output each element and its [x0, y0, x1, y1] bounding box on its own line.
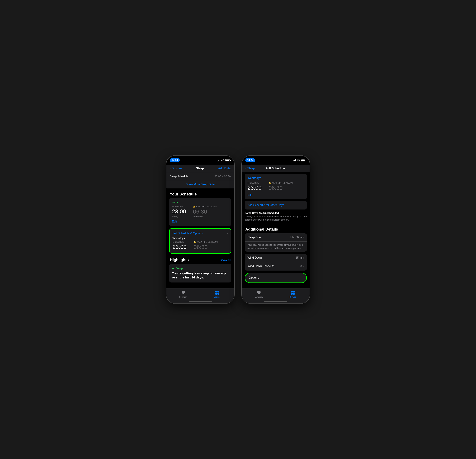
wind-down-label: Wind Down: [247, 256, 262, 259]
unscheduled-desc: On days without a schedule, no wake-up a…: [245, 215, 307, 221]
full-wakeup-sublabel: 🔔 WAKE UP – NO ALARM: [194, 241, 218, 243]
schedule-times-row: 🛏 BEDTIME 23:00 Today 🔔 WAKE UP – NO ALA…: [172, 205, 229, 218]
right-wakeup-value: 06:30: [269, 185, 293, 191]
sleep-icon-label: 🛏 Sleep: [172, 267, 229, 270]
full-schedule-link[interactable]: Full Schedule & Options: [172, 232, 203, 235]
right-summary-tab[interactable]: Summary: [242, 290, 276, 298]
bedtime-col: 🛏 BEDTIME 23:00 Today: [172, 205, 186, 218]
add-schedule-button[interactable]: Add Schedule for Other Days: [245, 201, 307, 210]
svg-rect-7: [293, 293, 295, 295]
shortcuts-value-row: 3 ›: [300, 264, 304, 268]
alarm-icon: 🔔: [193, 205, 196, 208]
sleep-goal-item[interactable]: Sleep Goal 7 hr 30 min: [245, 233, 307, 242]
notch: [187, 156, 213, 161]
left-battery: [225, 159, 231, 161]
full-bedtime-sublabel: 🛏 BEDTIME: [172, 241, 187, 243]
options-chevron-icon: ›: [302, 276, 303, 280]
r-battery-tip: [306, 160, 306, 161]
show-more-label: Show More Sleep Data: [186, 183, 215, 186]
left-nav-bar: ‹ Browse Sleep Add Data: [166, 164, 234, 172]
options-button[interactable]: Options ›: [245, 273, 307, 283]
left-status-right: 4G: [217, 159, 231, 162]
right-network: 4G: [297, 159, 300, 162]
unscheduled-title: Some Days Are Unscheduled: [245, 212, 307, 214]
full-alarm-icon: 🔔: [194, 241, 196, 243]
right-bedtime-sublabel: 🛏 BEDTIME: [247, 182, 262, 184]
right-nav-title: Full Schedule: [266, 167, 285, 170]
left-summary-label: Summary: [179, 296, 187, 298]
full-schedule-card[interactable]: Full Schedule & Options › Weekdays 🛏 BED…: [169, 228, 231, 254]
sleep-card-label: Sleep: [176, 267, 183, 270]
right-wakeup-col: 🔔 WAKE UP – NO ALARM 06:30: [269, 182, 293, 191]
sleep-goal-group: Sleep Goal 7 hr 30 min Your goal will be…: [245, 233, 307, 251]
left-summary-tab[interactable]: Summary: [166, 290, 200, 298]
your-schedule-header: Your Schedule: [166, 189, 234, 198]
right-browse-label: Browse: [289, 296, 296, 298]
wind-down-item[interactable]: Wind Down 15 min: [245, 254, 307, 262]
left-home-indicator: [189, 301, 212, 302]
left-browse-tab[interactable]: Browse: [200, 290, 234, 298]
full-bedtime-value: 23:00: [172, 244, 187, 250]
next-schedule-card: Next 🛏 BEDTIME 23:00 Today: [169, 198, 231, 226]
svg-rect-1: [217, 291, 219, 293]
right-back-button[interactable]: ‹ Sleep: [245, 166, 255, 170]
bedtime-day: Today: [172, 215, 186, 218]
sleep-schedule-banner: Sleep Schedule 23:00 – 06:30: [166, 172, 234, 180]
right-edit-button[interactable]: Edit: [247, 193, 304, 197]
full-schedule-weekdays-label: Weekdays: [172, 237, 228, 239]
weekdays-title: Weekdays: [247, 177, 304, 180]
left-nav-title: Sleep: [196, 167, 204, 170]
additional-header: Additional Details: [242, 224, 310, 233]
left-back-label: Browse: [172, 167, 182, 170]
right-heart-icon: [256, 290, 261, 295]
svg-rect-6: [291, 293, 293, 295]
r-signal-bar-1: [293, 161, 293, 161]
right-battery: [301, 159, 306, 161]
left-browse-label: Browse: [214, 296, 221, 298]
r-signal-bar-4: [295, 159, 296, 161]
right-bedtime-col: 🛏 BEDTIME 23:00: [247, 182, 262, 191]
r-battery-fill: [301, 159, 305, 161]
highlights-header: Highlights Show All: [166, 256, 234, 264]
left-phone: 14:24 4G: [166, 156, 235, 303]
battery-fill: [226, 159, 229, 161]
r-signal-bar-3: [294, 160, 295, 161]
svg-rect-3: [217, 293, 219, 295]
right-schedule-row: 🛏 BEDTIME 23:00 🔔 WAKE UP – NO ALARM: [247, 182, 304, 191]
right-back-chevron-icon: ‹: [245, 166, 246, 170]
right-notch: [263, 156, 289, 161]
unscheduled-note: Some Days Are Unscheduled On days withou…: [242, 210, 310, 224]
wakeup-value: 06:30: [193, 208, 217, 215]
right-back-label: Sleep: [247, 167, 255, 170]
right-time: 14:24: [245, 158, 255, 162]
options-label: Options: [249, 276, 259, 279]
left-tab-bar: Summary Browse: [166, 288, 234, 303]
right-wakeup-sublabel: 🔔 WAKE UP – NO ALARM: [269, 182, 293, 184]
sleep-goal-desc: Your goal will be used to keep track of …: [247, 243, 304, 250]
sleep-schedule-time: 23:00 – 06:30: [214, 175, 231, 178]
right-tab-bar: Summary Browse: [242, 288, 310, 303]
right-home-indicator: [264, 301, 287, 302]
left-signal: [217, 159, 220, 161]
left-edit-button[interactable]: Edit: [172, 220, 229, 223]
right-bed-icon: 🛏: [247, 182, 249, 184]
sleep-goal-desc-item: Your goal will be used to keep track of …: [245, 242, 307, 251]
svg-rect-4: [291, 291, 293, 293]
r-signal-bar-2: [294, 160, 294, 161]
right-browse-tab[interactable]: Browse: [276, 290, 310, 298]
right-alarm-icon: 🔔: [269, 182, 271, 184]
show-all-button[interactable]: Show All: [220, 259, 231, 262]
full-wakeup-col: 🔔 WAKE UP – NO ALARM 06:30: [194, 241, 218, 250]
wakeup-day: Tomorrow: [193, 215, 217, 218]
sleep-schedule-label: Sleep Schedule: [170, 175, 188, 178]
left-back-button[interactable]: ‹ Browse: [170, 166, 182, 170]
show-more-button[interactable]: Show More Sleep Data: [166, 180, 234, 189]
weekdays-card: Weekdays 🛏 BEDTIME 23:00: [245, 174, 307, 199]
battery-body: [225, 159, 230, 161]
left-time: 14:24: [170, 158, 180, 162]
wind-down-shortcuts-item[interactable]: Wind Down Shortcuts 3 ›: [245, 262, 307, 270]
bedtime-sublabel: 🛏 BEDTIME: [172, 205, 186, 208]
left-add-data-button[interactable]: Add Data: [218, 167, 231, 170]
signal-bar-4: [220, 159, 220, 161]
shortcuts-label: Wind Down Shortcuts: [247, 265, 274, 268]
